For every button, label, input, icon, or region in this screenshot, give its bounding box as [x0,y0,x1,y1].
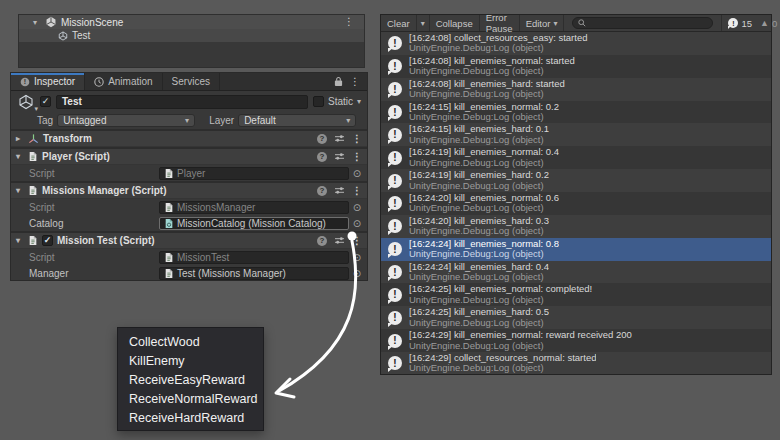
field-row-script: ScriptMissionTest⊙ [11,249,367,265]
inspector-menu-icon[interactable]: ⋮ [350,77,360,87]
console-log-entry[interactable]: ![16:24:24] kill_enemies_hard: 0.4UnityE… [381,261,771,284]
foldout-icon[interactable]: ▸ [16,134,24,143]
dropdown-item-receivehardreward[interactable]: ReceiveHardReward [118,409,263,428]
log-stacktrace: UnityEngine.Debug:Log (object) [409,295,592,306]
gameobject-cube-icon[interactable]: ▾ [17,94,35,110]
component-enabled-checkbox[interactable]: ✓ [42,235,53,246]
component-header-mission-test-script[interactable]: ▾✓Mission Test (Script)?⋮ [11,233,367,249]
component-menu-icon[interactable]: ⋮ [352,236,362,246]
warning-count-toggle[interactable]: ▲ 0 [760,18,777,29]
tab-label: Services [172,76,210,87]
console-log-entry[interactable]: ![16:24:20] kill_enemies_hard: 0.3UnityE… [381,215,771,238]
help-icon[interactable]: ? [317,134,327,144]
field-label: Script [29,202,159,213]
object-field-value: MissionCatalog (Mission Catalog) [177,218,326,229]
hierarchy-item-test[interactable]: Test [19,29,364,42]
object-field-catalog[interactable]: MissionCatalog (Mission Catalog) [159,217,349,230]
help-icon[interactable]: ? [317,236,327,246]
static-checkbox[interactable]: ✓ [313,96,324,107]
log-info-icon: ! [388,356,402,370]
log-stacktrace: UnityEngine.Debug:Log (object) [409,363,596,374]
foldout-icon[interactable]: ▾ [16,186,24,195]
dropdown-item-receivenormalreward[interactable]: ReceiveNormalReward [118,390,263,409]
clear-dropdown-button[interactable]: ▾ [417,15,430,31]
console-log-entry[interactable]: ![16:24:25] kill_enemies_hard: 0.5UnityE… [381,306,771,329]
scene-menu-icon[interactable]: ⋮ [344,17,354,27]
console-log-entry[interactable]: ![16:24:08] kill_enemies_hard: startedUn… [381,78,771,101]
log-entry-text: [16:24:20] kill_enemies_normal: 0.6Unity… [409,193,559,214]
presets-icon [334,152,345,161]
foldout-icon[interactable]: ▾ [33,18,41,27]
console-log-entry[interactable]: ![16:24:08] kill_enemies_normal: started… [381,55,771,78]
gameobject-header: ▾ ✓ Test ✓ Static ▾ [11,91,367,112]
component-menu-icon[interactable]: ⋮ [352,134,362,144]
console-log-entry[interactable]: ![16:24:29] collect_resources_normal: st… [381,352,771,374]
layer-dropdown[interactable]: Default ▾ [238,114,356,127]
console-log-entry[interactable]: ![16:24:29] kill_enemies_normal: reward … [381,329,771,352]
presets-icon [334,236,345,245]
log-info-icon: ! [388,219,402,233]
log-stacktrace: UnityEngine.Debug:Log (object) [409,135,549,146]
console-log-entry[interactable]: ![16:24:08] collect_resources_easy: star… [381,32,771,55]
log-entry-text: [16:24:25] kill_enemies_hard: 0.5UnityEn… [409,307,549,328]
console-search-box[interactable] [572,17,713,29]
help-icon[interactable]: ? [317,152,327,162]
console-log-entry[interactable]: ![16:24:24] kill_enemies_normal: 0.8Unit… [381,238,771,261]
tab-services[interactable]: Services [163,73,220,90]
script-icon [164,202,174,213]
log-info-icon: ! [388,82,402,96]
foldout-icon[interactable]: ▾ [16,236,24,245]
field-row-script: ScriptPlayer⊙ [11,165,367,181]
console-log-entry[interactable]: ![16:24:15] kill_enemies_normal: 0.2Unit… [381,101,771,124]
foldout-icon[interactable]: ▾ [16,152,24,161]
chevron-down-icon: ▾ [346,116,350,125]
console-log-entry[interactable]: ![16:24:19] kill_enemies_hard: 0.2UnityE… [381,169,771,192]
console-log-entry[interactable]: ![16:24:15] kill_enemies_hard: 0.1UnityE… [381,123,771,146]
component-menu-icon[interactable]: ⋮ [352,152,362,162]
dropdown-item-collectwood[interactable]: CollectWood [118,333,263,352]
dropdown-item-killenemy[interactable]: KillEnemy [118,352,263,371]
editor-dropdown-button[interactable]: Editor ▾ [520,15,565,31]
script-icon [28,185,38,196]
gameobject-name-field[interactable]: Test [56,95,308,109]
lock-icon[interactable] [334,76,343,87]
gameobject-enabled-checkbox[interactable]: ✓ [40,96,51,107]
dropdown-item-receiveeasyreward[interactable]: ReceiveEasyReward [118,371,263,390]
component-header-transform[interactable]: ▸Transform?⋮ [11,131,367,147]
object-field-script[interactable]: Player [159,167,349,180]
component-header-missions-manager-script[interactable]: ▾Missions Manager (Script)?⋮ [11,183,367,199]
scene-row[interactable]: ▾ MissionScene ⋮ [19,15,364,29]
script-icon [164,268,174,279]
console-log-entry[interactable]: ![16:24:25] kill_enemies_normal: complet… [381,283,771,306]
object-field-manager[interactable]: Test (Missions Manager) [159,267,349,280]
component-menu-icon[interactable]: ⋮ [352,186,362,196]
console-log-entry[interactable]: ![16:24:20] kill_enemies_normal: 0.6Unit… [381,192,771,215]
log-stacktrace: UnityEngine.Debug:Log (object) [409,66,575,77]
unity-scene-icon [45,16,57,28]
object-picker-icon[interactable]: ⊙ [351,218,363,229]
error-pause-button[interactable]: Error Pause [480,15,520,31]
clear-button[interactable]: Clear [381,15,417,31]
presets-icon [334,134,345,143]
tag-dropdown[interactable]: Untagged ▾ [57,114,195,127]
field-label: Manager [29,268,159,279]
log-stacktrace: UnityEngine.Debug:Log (object) [409,341,632,352]
error-pause-label: Error Pause [486,12,513,34]
info-count-toggle[interactable]: ! 15 [728,18,752,29]
object-picker-icon[interactable]: ⊙ [351,202,363,213]
static-dropdown-caret[interactable]: ▾ [357,97,361,106]
tab-inspector[interactable]: !Inspector [11,73,85,90]
console-log-entry[interactable]: ![16:24:19] kill_enemies_normal: 0.4Unit… [381,146,771,169]
object-picker-icon[interactable]: ⊙ [351,252,363,263]
help-icon[interactable]: ? [317,186,327,196]
object-field-script[interactable]: MissionTest [159,251,349,264]
component-transform: ▸Transform?⋮ [11,129,367,147]
icon-picker-caret: ▾ [34,105,38,113]
object-picker-icon[interactable]: ⊙ [351,268,363,279]
tab-animation[interactable]: Animation [85,73,162,90]
object-picker-icon[interactable]: ⊙ [351,168,363,179]
component-header-player-script[interactable]: ▾Player (Script)?⋮ [11,149,367,165]
collapse-button[interactable]: Collapse [430,15,480,31]
object-field-script[interactable]: MissionsManager [159,201,349,214]
console-search-input[interactable] [590,18,707,28]
